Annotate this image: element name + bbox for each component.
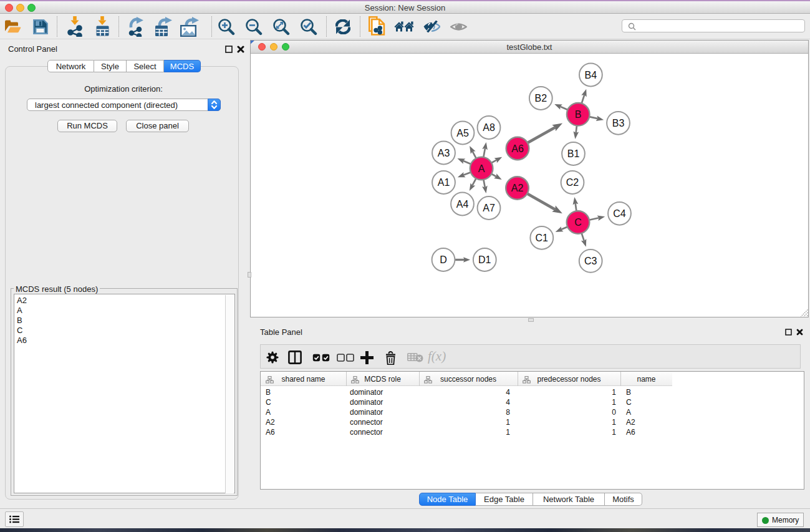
svg-text:D1: D1: [478, 254, 491, 265]
svg-text:A6: A6: [511, 143, 524, 154]
svg-text:A8: A8: [483, 122, 495, 133]
svg-text:B2: B2: [535, 93, 547, 104]
svg-text:B3: B3: [612, 118, 625, 128]
svg-text:C2: C2: [566, 177, 579, 188]
svg-text:A1: A1: [438, 177, 450, 188]
svg-text:C3: C3: [584, 256, 597, 266]
svg-text:C1: C1: [536, 233, 549, 243]
svg-text:D: D: [440, 254, 447, 265]
svg-text:A2: A2: [511, 183, 524, 193]
svg-text:A3: A3: [438, 148, 450, 158]
svg-text:A7: A7: [483, 203, 495, 213]
svg-text:B4: B4: [585, 70, 597, 80]
svg-text:C4: C4: [613, 208, 626, 219]
svg-text:A5: A5: [456, 128, 469, 138]
svg-text:B: B: [575, 109, 582, 120]
svg-text:C: C: [574, 217, 582, 228]
svg-text:B1: B1: [567, 148, 580, 159]
svg-text:A: A: [478, 163, 485, 174]
svg-text:A4: A4: [456, 199, 469, 210]
